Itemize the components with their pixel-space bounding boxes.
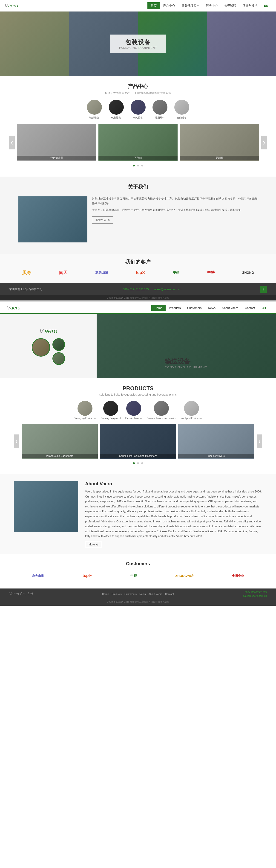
hero-logo-aero: aero <box>44 328 57 335</box>
carousel-items-en: Wraparound Cartonners Shrink Film Packag… <box>22 424 254 459</box>
lang-switch-en[interactable]: CH <box>258 305 269 311</box>
footer-brand-en: Vaero Co., Ltd <box>9 592 33 596</box>
nav-customers-cn[interactable]: 服务迁移客户 <box>178 2 203 9</box>
carousel-next-cn[interactable]: ❯ <box>261 135 267 149</box>
dot-3-en[interactable] <box>141 462 143 464</box>
carousel-dots-en <box>14 461 262 465</box>
dot-1-cn[interactable] <box>133 165 135 166</box>
nav-customers-en[interactable]: Customers <box>184 305 205 311</box>
nav-home-en[interactable]: Home <box>151 305 166 311</box>
hero-panel-1 <box>0 11 69 76</box>
nav-service-cn[interactable]: 服务与技术 <box>239 2 261 9</box>
carousel-prev-cn[interactable]: ❮ <box>9 135 15 149</box>
customer-zhongcha: 中茶 <box>171 267 182 278</box>
packing-icon-cn <box>109 100 124 115</box>
customer-zhongcha-en: 中茶 <box>128 570 139 582</box>
hero-circle-2-en <box>53 338 65 351</box>
nav-solutions-cn[interactable]: 解决中心 <box>203 2 221 9</box>
product-icon-packing-cn[interactable]: 包装设备 <box>109 100 124 120</box>
smart-label-en: Intelligent Equipment <box>181 417 202 420</box>
hero-text-box-cn: 包装设备 PACKAGING EQUIPMENT <box>110 34 166 53</box>
about-content-cn: 常州继能工业设备有限公司致力于从事蔬菜气力输送设备专业生产、包装自动设备工厂提供… <box>9 192 267 247</box>
carousel-next-en[interactable]: ❯ <box>257 434 262 448</box>
dot-2-cn[interactable] <box>137 165 139 166</box>
hero-logo-en: V aero <box>39 328 58 335</box>
logo-en: V aero <box>7 305 21 311</box>
footer-phone-en: +086- 519-81581365 <box>243 591 267 594</box>
nav-products-cn[interactable]: 产品中心 <box>160 2 178 9</box>
customer-tcp: tcp® <box>134 267 147 278</box>
footer-nav-news-en[interactable]: News <box>139 593 146 595</box>
about-image-en <box>14 481 78 532</box>
electrical-label-en: Electrical control <box>125 417 142 420</box>
footer-email-cn: sales@vaero.com.cn <box>153 287 181 291</box>
footer-top-en: Vaero Co., Ltd Home Products Customers N… <box>9 591 267 599</box>
more-button-cn[interactable]: 阅览更多 ⊙ <box>92 216 113 223</box>
product-common-en[interactable]: Commonly used accessories <box>147 401 176 420</box>
hero-logo-v: V <box>39 328 44 335</box>
conveyor-label-en: Conveying Equipment <box>74 417 96 420</box>
dot-1-en[interactable] <box>133 462 135 464</box>
conveyor-circle-en <box>77 401 93 416</box>
carousel-prev-en[interactable]: ❮ <box>14 434 19 448</box>
nav-products-en[interactable]: Products <box>166 305 184 311</box>
footer-nav-contact-en[interactable]: Contact <box>165 593 174 595</box>
carousel-item-2-en: Shrink Film Packaging Machinery <box>100 424 176 459</box>
electrical-circle-en <box>126 401 141 416</box>
header-cn: V aero 首页 产品中心 服务迁移客户 解决中心 关于诚联 服务与技术 EN <box>0 0 276 11</box>
customer-zhongya: ZHONG <box>240 267 256 278</box>
customer-tcp-en: tcp® <box>80 570 94 582</box>
product-icon-electrical-cn[interactable]: 电气控制 <box>131 100 146 120</box>
footer-nav-customers-en[interactable]: Customers <box>125 593 137 595</box>
footer-nav-home-en[interactable]: Home <box>102 593 109 595</box>
dot-3-cn[interactable] <box>141 165 143 166</box>
carousel-dots-cn <box>9 163 267 167</box>
product-electrical-en[interactable]: Electrical control <box>125 401 142 420</box>
footer-email-en: sales@vaero.com.cn <box>243 594 267 597</box>
nav-news-en[interactable]: News <box>205 305 219 311</box>
conveyor-icon-cn <box>87 100 102 115</box>
product-icons-en: Conveying Equipment Packing Equipment El… <box>14 401 262 420</box>
carousel-label-2-cn: 万能线 <box>98 156 178 160</box>
more-icon-en: ⊙ <box>96 543 98 546</box>
product-smart-en[interactable]: Intelligent Equipment <box>181 401 202 420</box>
about-title-en: About Vaero <box>85 481 262 487</box>
carousel-label-2-en: Shrink Film Packaging Machinery <box>100 454 176 458</box>
nav-contact-en[interactable]: Contact <box>242 305 258 311</box>
footer-phone-cn: +086- 519-81581365 <box>121 287 149 291</box>
about-text-wrapper-en: About Vaero Vaero is specialized in the … <box>85 481 262 547</box>
footer-copyright-en: Copyright©2016-2019 常州继能工业设备有限公司的所有版权 <box>9 600 267 603</box>
product-icons-cn: 输送设备 包装设备 电气控制 常用配件 智能设备 <box>9 100 267 120</box>
footer-cn: 常州继能工业设备有限公司 +086- 519-81581365 sales@va… <box>0 283 276 296</box>
customer-nongfu: 农夫山泉 <box>93 267 110 278</box>
product-packing-en[interactable]: Packing Equipment <box>101 401 121 420</box>
product-icon-conveyor-cn[interactable]: 输送设备 <box>87 100 102 120</box>
smart-circle-en <box>184 401 199 416</box>
hero-text-en: 输送设备 CONVEYING EQUIPMENT <box>165 357 207 369</box>
hero-right-panel-en: 输送设备 CONVEYING EQUIPMENT <box>97 314 276 378</box>
more-btn-en[interactable]: More ⊙ <box>85 542 102 547</box>
customer-zhongtie: 中铁 <box>205 267 217 278</box>
carousel-label-1-cn: 分合流装置 <box>17 156 96 160</box>
nav-home-cn[interactable]: 首页 <box>147 2 160 9</box>
product-icon-common-cn[interactable]: 常用配件 <box>152 100 167 120</box>
carousel-cn: ❮ 分合流装置 万能线 无端线 ❯ <box>9 124 267 161</box>
footer-nav-about-en[interactable]: About Vaero <box>148 593 162 595</box>
smart-label-cn: 智能设备 <box>177 116 187 120</box>
carousel-item-3-en: Box conveyors <box>178 424 254 459</box>
logo-v-en: V <box>7 305 10 311</box>
dot-2-en[interactable] <box>137 462 139 464</box>
footer-logo-en: Vaero Co., Ltd <box>9 592 33 596</box>
logo-aero-en: aero <box>10 305 21 311</box>
product-icon-smart-cn[interactable]: 智能设备 <box>174 100 189 120</box>
header-en: V aero Home Products Customers News Abou… <box>0 302 276 314</box>
nav-about-en[interactable]: About Vaero <box>219 305 242 311</box>
nav-about-cn[interactable]: 关于诚联 <box>221 2 239 9</box>
carousel-items-cn: 分合流装置 万能线 无端线 <box>17 124 259 161</box>
lang-switch-cn[interactable]: EN <box>261 3 271 9</box>
product-conveyor-en[interactable]: Conveying Equipment <box>74 401 96 420</box>
scroll-top-btn[interactable]: ↑ <box>260 286 267 292</box>
footer-nav-products-en[interactable]: Products <box>111 593 122 595</box>
hero-title-sub-en: CONVEYING EQUIPMENT <box>165 366 207 369</box>
nav-en: Home Products Customers News About Vaero… <box>151 305 269 311</box>
